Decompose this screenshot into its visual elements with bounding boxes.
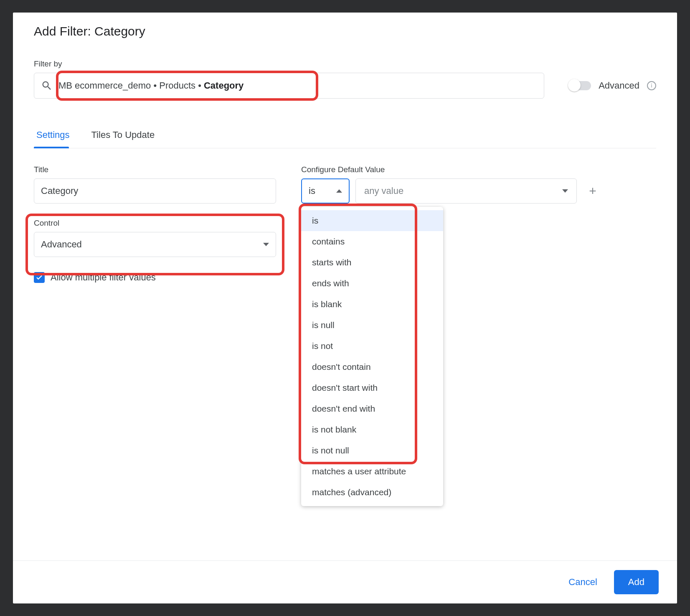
info-icon[interactable]: i [647,81,656,90]
operator-option-is[interactable]: is [301,210,443,231]
advanced-toggle[interactable] [569,81,591,90]
operator-dropdown: is contains starts with ends with is bla… [301,207,443,506]
operator-option-is-null[interactable]: is null [301,315,443,336]
add-button[interactable]: Add [614,570,659,594]
filter-by-search[interactable]: MB ecommerce_demo • Products • Category [34,73,544,99]
operator-option-matches-user-attribute[interactable]: matches a user attribute [301,461,443,482]
advanced-label: Advanced [599,80,639,91]
control-select[interactable]: Advanced [34,232,276,257]
check-icon [36,274,43,281]
settings-right-column: Configure Default Value is any value + i… [301,165,656,283]
filter-breadcrumb: MB ecommerce_demo • Products • Category [58,80,244,91]
default-value-label: Configure Default Value [301,165,656,174]
value-placeholder: any value [364,186,403,196]
control-block: Control Advanced [34,216,276,257]
operator-option-contains[interactable]: contains [301,231,443,252]
operator-option-starts-with[interactable]: starts with [301,252,443,273]
value-select[interactable]: any value [355,178,577,204]
operator-option-doesnt-contain[interactable]: doesn't contain [301,356,443,377]
dialog-footer: Cancel Add [13,560,677,603]
advanced-toggle-group: Advanced i [569,80,656,91]
dialog-body: Filter by MB ecommerce_demo • Products •… [13,43,677,560]
default-value-row: is any value + [301,178,656,204]
filter-by-label: Filter by [34,59,656,69]
chevron-down-icon [562,189,568,193]
tab-tiles-to-update[interactable]: Tiles To Update [89,122,157,148]
operator-option-is-not[interactable]: is not [301,336,443,356]
dialog-header: Add Filter: Category [13,13,677,43]
dialog-title: Add Filter: Category [34,24,656,38]
title-value: Category [41,186,78,196]
operator-value: is [309,186,315,196]
operator-option-is-not-null[interactable]: is not null [301,440,443,461]
allow-multiple-checkbox[interactable] [34,272,45,283]
settings-panel: Title Category Control Advanced [34,165,656,283]
filter-by-row: MB ecommerce_demo • Products • Category … [34,73,656,99]
operator-option-ends-with[interactable]: ends with [301,273,443,294]
operator-option-is-not-blank[interactable]: is not blank [301,419,443,440]
operator-option-matches-advanced[interactable]: matches (advanced) [301,482,443,503]
search-icon [41,80,53,92]
title-label: Title [34,165,276,174]
cancel-button[interactable]: Cancel [564,572,601,593]
operator-option-doesnt-end-with[interactable]: doesn't end with [301,398,443,419]
operator-select[interactable]: is [301,178,350,204]
breadcrumb-field: Category [204,80,244,91]
allow-multiple-label: Allow multiple filter values [51,272,156,283]
operator-option-is-blank[interactable]: is blank [301,294,443,315]
control-value: Advanced [41,239,82,250]
chevron-down-icon [263,243,269,246]
allow-multiple-row[interactable]: Allow multiple filter values [34,272,276,283]
title-input[interactable]: Category [34,178,276,204]
chevron-up-icon [336,189,342,193]
tab-settings[interactable]: Settings [34,122,72,148]
add-filter-dialog: Add Filter: Category Filter by MB ecomme… [13,13,677,603]
operator-option-doesnt-start-with[interactable]: doesn't start with [301,377,443,398]
add-condition-button[interactable]: + [585,183,600,199]
settings-left-column: Title Category Control Advanced [34,165,276,283]
control-label: Control [34,219,276,228]
breadcrumb-prefix: MB ecommerce_demo • Products • [58,80,204,91]
tabs: Settings Tiles To Update [34,122,656,148]
